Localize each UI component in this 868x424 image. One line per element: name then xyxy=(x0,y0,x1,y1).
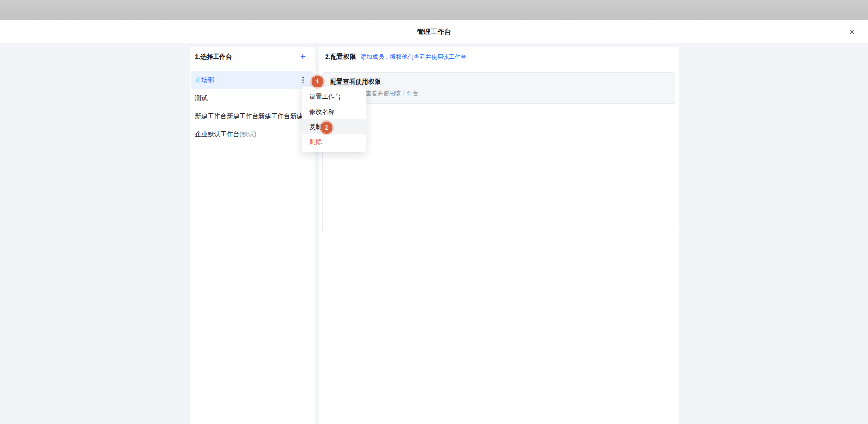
menu-item-copy[interactable]: 复制 xyxy=(302,119,366,134)
permission-box-header: 配置查看使用权限 以下成员可以查看并使用该工作台 xyxy=(323,73,675,104)
workbench-item-xinjian[interactable]: 新建工作台新建工作台新建工作台新建工作台 xyxy=(190,107,315,125)
ellipsis-icon xyxy=(302,82,304,83)
more-actions-button[interactable] xyxy=(299,75,307,84)
browser-chrome-bar xyxy=(0,0,868,20)
ellipsis-icon xyxy=(302,79,304,81)
permission-config-box: 配置查看使用权限 以下成员可以查看并使用该工作台 xyxy=(322,72,675,233)
permissions-header-label: 2.配置权限 xyxy=(325,47,356,67)
workbench-item-shichangbu[interactable]: 市场部 xyxy=(191,71,313,89)
close-icon: × xyxy=(849,26,855,37)
permission-box-subtitle: 以下成员可以查看并使用该工作台 xyxy=(330,89,668,97)
plus-icon: + xyxy=(300,51,306,62)
workbench-context-menu: 设置工作台 修改名称 复制 删除 xyxy=(302,86,366,152)
workbench-item-default[interactable]: 企业默认工作台(默认) xyxy=(190,125,315,143)
permission-box-title: 配置查看使用权限 xyxy=(330,78,668,86)
add-members-link[interactable]: 添加成员，授权他们查看并使用该工作台 xyxy=(361,47,467,67)
ellipsis-icon xyxy=(302,77,304,78)
modal-header: 管理工作台 × xyxy=(0,20,868,43)
menu-item-rename[interactable]: 修改名称 xyxy=(302,104,366,119)
menu-item-settings[interactable]: 设置工作台 xyxy=(302,89,366,104)
workbench-item-label: 企业默认工作台 xyxy=(195,130,239,138)
workbench-item-label: 新建工作台新建工作台新建工作台新建工作台 xyxy=(195,112,315,120)
add-workbench-button[interactable]: + xyxy=(296,47,310,67)
workbench-list-panel: 1.选择工作台 + 市场部 测试 新建工作台新建工作台新建工作台新建工作台 企业… xyxy=(190,47,315,424)
default-tag: (默认) xyxy=(239,130,256,138)
annotation-step-badge-2: 2 xyxy=(321,122,332,134)
workbench-list-header-label: 1.选择工作台 xyxy=(195,53,232,60)
close-button[interactable]: × xyxy=(846,26,858,38)
workbench-list: 市场部 测试 新建工作台新建工作台新建工作台新建工作台 企业默认工作台(默认) xyxy=(190,67,315,143)
permissions-header: 2.配置权限 添加成员，授权他们查看并使用该工作台 xyxy=(319,47,679,67)
workbench-item-label: 测试 xyxy=(195,94,208,101)
permissions-panel: 2.配置权限 添加成员，授权他们查看并使用该工作台 配置查看使用权限 以下成员可… xyxy=(319,47,679,424)
workbench-item-ceshi[interactable]: 测试 xyxy=(190,89,315,107)
workbench-item-label: 市场部 xyxy=(195,76,214,83)
annotation-step-badge-1: 1 xyxy=(312,76,323,87)
workbench-list-header: 1.选择工作台 + xyxy=(190,47,315,67)
page-title: 管理工作台 xyxy=(0,20,868,43)
menu-item-delete[interactable]: 删除 xyxy=(302,134,366,149)
